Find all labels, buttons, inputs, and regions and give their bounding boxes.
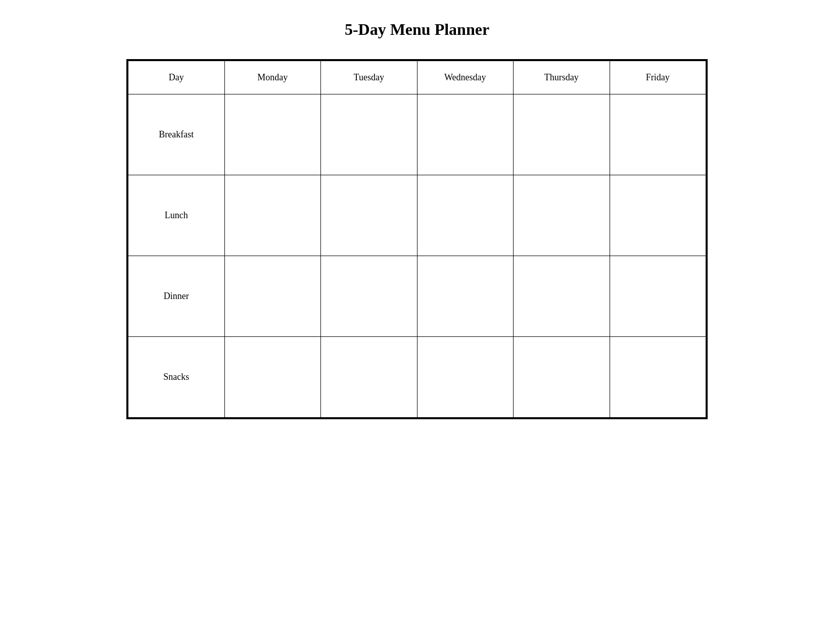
planner-wrapper: Day Monday Tuesday Wednesday Thursday Fr… <box>126 59 708 419</box>
page-title: 5-Day Menu Planner <box>345 20 489 39</box>
row-breakfast: Breakfast <box>128 94 706 175</box>
row-lunch: Lunch <box>128 175 706 256</box>
cell-breakfast-monday[interactable] <box>224 94 321 175</box>
cell-lunch-wednesday[interactable] <box>417 175 514 256</box>
col-header-tuesday: Tuesday <box>321 61 418 94</box>
col-header-thursday: Thursday <box>514 61 610 94</box>
meal-label-snacks: Snacks <box>128 337 225 418</box>
cell-snacks-thursday[interactable] <box>514 337 610 418</box>
meal-label-dinner: Dinner <box>128 256 225 337</box>
planner-table: Day Monday Tuesday Wednesday Thursday Fr… <box>128 61 706 418</box>
cell-snacks-wednesday[interactable] <box>417 337 514 418</box>
cell-dinner-monday[interactable] <box>224 256 321 337</box>
row-snacks: Snacks <box>128 337 706 418</box>
cell-breakfast-tuesday[interactable] <box>321 94 418 175</box>
cell-snacks-friday[interactable] <box>610 337 706 418</box>
cell-breakfast-friday[interactable] <box>610 94 706 175</box>
meal-label-breakfast: Breakfast <box>128 94 225 175</box>
col-header-wednesday: Wednesday <box>417 61 514 94</box>
cell-lunch-tuesday[interactable] <box>321 175 418 256</box>
row-dinner: Dinner <box>128 256 706 337</box>
header-row: Day Monday Tuesday Wednesday Thursday Fr… <box>128 61 706 94</box>
cell-dinner-wednesday[interactable] <box>417 256 514 337</box>
col-header-day: Day <box>128 61 225 94</box>
cell-dinner-thursday[interactable] <box>514 256 610 337</box>
meal-label-lunch: Lunch <box>128 175 225 256</box>
cell-snacks-monday[interactable] <box>224 337 321 418</box>
col-header-friday: Friday <box>610 61 706 94</box>
cell-lunch-monday[interactable] <box>224 175 321 256</box>
col-header-monday: Monday <box>224 61 321 94</box>
cell-breakfast-thursday[interactable] <box>514 94 610 175</box>
cell-dinner-friday[interactable] <box>610 256 706 337</box>
cell-lunch-friday[interactable] <box>610 175 706 256</box>
cell-dinner-tuesday[interactable] <box>321 256 418 337</box>
cell-lunch-thursday[interactable] <box>514 175 610 256</box>
cell-breakfast-wednesday[interactable] <box>417 94 514 175</box>
cell-snacks-tuesday[interactable] <box>321 337 418 418</box>
